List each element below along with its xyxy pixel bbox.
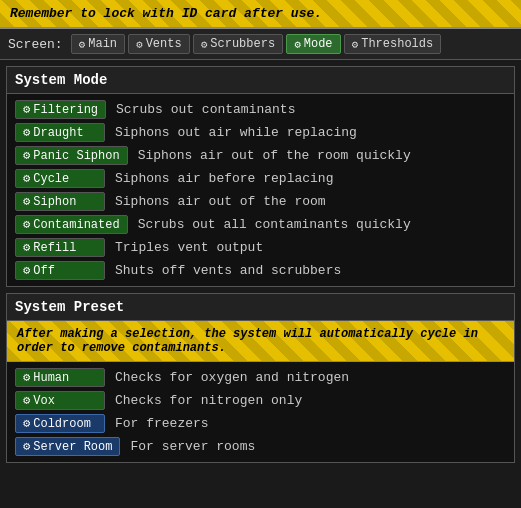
mode-label: Siphon [33,195,76,209]
mode-row: ⚙Panic SiphonSiphons air out of the room… [7,144,514,167]
mode-desc: Scrubs out all contaminants quickly [138,217,411,232]
preset-label: Vox [33,394,55,408]
screen-label: Screen: [8,37,63,52]
nav-btn-thresholds[interactable]: ⚙Thresholds [344,34,442,54]
system-mode-title: System Mode [7,67,514,94]
mode-btn-filtering[interactable]: ⚙Filtering [15,100,106,119]
mode-btn-panic-siphon[interactable]: ⚙Panic Siphon [15,146,128,165]
nav-btn-mode[interactable]: ⚙Mode [286,34,340,54]
mode-row: ⚙SiphonSiphons air out of the room [7,190,514,213]
gear-icon: ⚙ [23,217,30,232]
nav-btn-scrubbers[interactable]: ⚙Scrubbers [193,34,283,54]
nav-label: Thresholds [361,37,433,51]
mode-label: Draught [33,126,83,140]
preset-desc: For server rooms [130,439,255,454]
gear-icon: ⚙ [23,416,30,431]
preset-notice: After making a selection, the system wil… [7,321,514,362]
gear-icon: ⚙ [23,393,30,408]
mode-label: Contaminated [33,218,119,232]
gear-icon: ⚙ [352,38,359,51]
mode-row: ⚙ContaminatedScrubs out all contaminants… [7,213,514,236]
gear-icon: ⚙ [23,102,30,117]
mode-row: ⚙RefillTriples vent output [7,236,514,259]
nav-label: Vents [146,37,182,51]
preset-btn-human[interactable]: ⚙Human [15,368,105,387]
preset-row: ⚙VoxChecks for nitrogen only [7,389,514,412]
mode-btn-refill[interactable]: ⚙Refill [15,238,105,257]
preset-row: ⚙Server RoomFor server rooms [7,435,514,458]
gear-icon: ⚙ [23,263,30,278]
mode-btn-contaminated[interactable]: ⚙Contaminated [15,215,128,234]
mode-btn-siphon[interactable]: ⚙Siphon [15,192,105,211]
mode-row: ⚙FilteringScrubs out contaminants [7,98,514,121]
mode-label: Off [33,264,55,278]
top-notice: Remember to lock with ID card after use. [0,0,521,29]
gear-icon: ⚙ [23,171,30,186]
mode-desc: Shuts off vents and scrubbers [115,263,341,278]
preset-btn-vox[interactable]: ⚙Vox [15,391,105,410]
mode-label: Panic Siphon [33,149,119,163]
system-preset-content: ⚙HumanChecks for oxygen and nitrogen⚙Vox… [7,362,514,462]
mode-btn-cycle[interactable]: ⚙Cycle [15,169,105,188]
system-preset-title: System Preset [7,294,514,321]
preset-desc: Checks for nitrogen only [115,393,302,408]
nav-label: Main [88,37,117,51]
gear-icon: ⚙ [23,439,30,454]
mode-desc: Siphons out air while replacing [115,125,357,140]
gear-icon: ⚙ [23,240,30,255]
preset-label: Server Room [33,440,112,454]
mode-desc: Scrubs out contaminants [116,102,295,117]
mode-desc: Siphons air out of the room [115,194,326,209]
nav-label: Mode [304,37,333,51]
preset-row: ⚙ColdroomFor freezers [7,412,514,435]
nav-btn-main[interactable]: ⚙Main [71,34,125,54]
preset-label: Coldroom [33,417,91,431]
preset-label: Human [33,371,69,385]
nav-buttons: ⚙Main⚙Vents⚙Scrubbers⚙Mode⚙Thresholds [71,34,442,54]
mode-desc: Siphons air before replacing [115,171,333,186]
mode-label: Refill [33,241,76,255]
gear-icon: ⚙ [294,38,301,51]
system-mode-content: ⚙FilteringScrubs out contaminants⚙Draugh… [7,94,514,286]
mode-label: Filtering [33,103,98,117]
mode-label: Cycle [33,172,69,186]
gear-icon: ⚙ [23,148,30,163]
mode-btn-off[interactable]: ⚙Off [15,261,105,280]
mode-row: ⚙OffShuts off vents and scrubbers [7,259,514,282]
mode-row: ⚙DraughtSiphons out air while replacing [7,121,514,144]
gear-icon: ⚙ [79,38,86,51]
screen-bar: Screen: ⚙Main⚙Vents⚙Scrubbers⚙Mode⚙Thres… [0,29,521,60]
mode-desc: Triples vent output [115,240,263,255]
nav-btn-vents[interactable]: ⚙Vents [128,34,190,54]
preset-btn-server-room[interactable]: ⚙Server Room [15,437,120,456]
gear-icon: ⚙ [23,194,30,209]
nav-label: Scrubbers [210,37,275,51]
gear-icon: ⚙ [23,370,30,385]
mode-row: ⚙CycleSiphons air before replacing [7,167,514,190]
system-mode-section: System Mode ⚙FilteringScrubs out contami… [6,66,515,287]
system-preset-section: System Preset After making a selection, … [6,293,515,463]
mode-desc: Siphons air out of the room quickly [138,148,411,163]
preset-row: ⚙HumanChecks for oxygen and nitrogen [7,366,514,389]
mode-btn-draught[interactable]: ⚙Draught [15,123,105,142]
gear-icon: ⚙ [23,125,30,140]
gear-icon: ⚙ [136,38,143,51]
preset-desc: For freezers [115,416,209,431]
preset-btn-coldroom[interactable]: ⚙Coldroom [15,414,105,433]
preset-desc: Checks for oxygen and nitrogen [115,370,349,385]
gear-icon: ⚙ [201,38,208,51]
